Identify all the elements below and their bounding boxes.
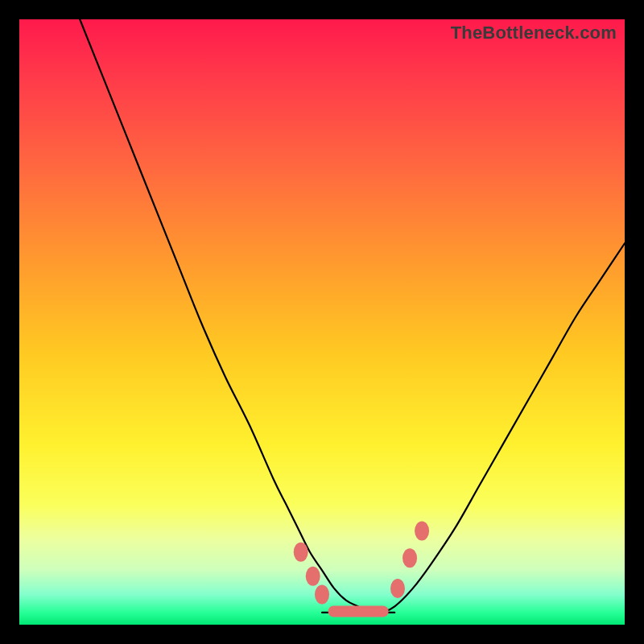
- curve-marker: [306, 567, 320, 586]
- curve-marker: [315, 584, 329, 604]
- curve-marker: [328, 605, 389, 617]
- right-curve: [382, 243, 625, 613]
- left-curve: [80, 19, 382, 613]
- curve-marker: [415, 521, 429, 540]
- curve-marker-group: [294, 521, 429, 617]
- curve-marker: [390, 579, 405, 598]
- chart-svg: [19, 19, 625, 625]
- curve-marker: [402, 548, 417, 568]
- curve-marker: [294, 543, 308, 562]
- chart-plot-area: TheBottleneck.com: [19, 19, 625, 625]
- chart-frame: TheBottleneck.com: [0, 0, 644, 644]
